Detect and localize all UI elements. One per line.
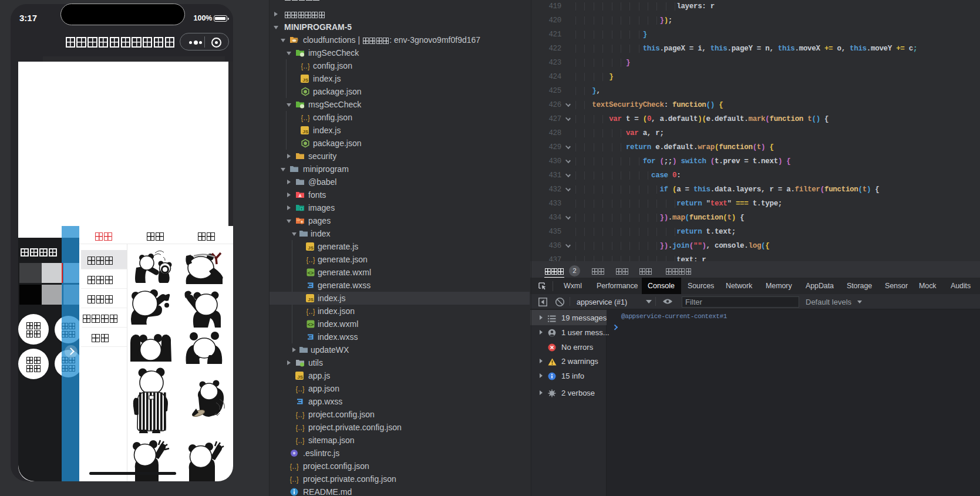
svg-text:{..}: {..} [301,114,310,123]
svg-text:{..}: {..} [296,424,305,433]
svg-text:{..}: {..} [307,308,315,316]
svg-text:{..}: {..} [290,463,299,471]
svg-text:{..}: {..} [296,437,305,446]
svg-text:A: A [298,194,301,198]
svg-text:<>: <> [308,322,314,328]
svg-text:{..}: {..} [307,257,315,265]
svg-text:{..}: {..} [290,476,299,484]
svg-text:{..}: {..} [296,386,305,394]
svg-text:{..}: {..} [296,411,305,420]
svg-text:<>: <> [308,270,314,276]
svg-text:{..}: {..} [301,63,310,71]
